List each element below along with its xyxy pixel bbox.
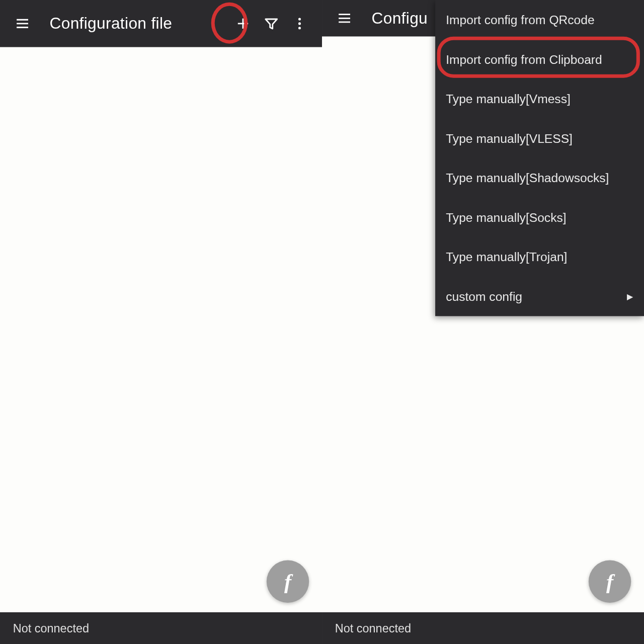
menu-item-custom-config[interactable]: custom config ▶ xyxy=(435,277,644,316)
svg-point-7 xyxy=(298,27,301,29)
menu-item-socks[interactable]: Type manually[Socks] xyxy=(435,198,644,237)
hamburger-menu-icon[interactable] xyxy=(8,10,36,38)
menu-item-import-qrcode[interactable]: Import config from QRcode xyxy=(435,0,644,40)
status-text: Not connected xyxy=(335,621,411,635)
add-button[interactable] xyxy=(229,10,257,38)
screenshot-left: Configuration file Not connected f xyxy=(0,0,322,644)
menu-item-trojan[interactable]: Type manually[Trojan] xyxy=(435,237,644,277)
menu-item-shadowsocks[interactable]: Type manually[Shadowsocks] xyxy=(435,158,644,198)
screenshot-right: Configu Not connected f Import config fr… xyxy=(322,0,644,644)
app-title: Configuration file xyxy=(49,15,228,33)
fab-button[interactable]: f xyxy=(589,560,631,603)
status-text: Not connected xyxy=(13,621,89,635)
menu-label: Import config from Clipboard xyxy=(446,52,602,66)
fab-label: f xyxy=(606,569,613,594)
overflow-menu-icon[interactable] xyxy=(285,10,313,38)
appbar: Configuration file xyxy=(0,0,322,47)
menu-label: Import config from QRcode xyxy=(446,13,595,27)
status-bar: Not connected xyxy=(0,612,322,644)
menu-label: Type manually[Socks] xyxy=(446,210,566,224)
menu-label: Type manually[Vmess] xyxy=(446,92,571,106)
menu-label: custom config xyxy=(446,289,522,303)
fab-label: f xyxy=(284,569,291,594)
status-bar: Not connected xyxy=(322,612,644,644)
menu-label: Type manually[Trojan] xyxy=(446,250,567,264)
svg-point-6 xyxy=(298,22,301,25)
menu-item-import-clipboard[interactable]: Import config from Clipboard xyxy=(435,40,644,79)
empty-content xyxy=(0,47,322,612)
filter-icon[interactable] xyxy=(257,10,285,38)
fab-button[interactable]: f xyxy=(267,560,309,603)
add-config-menu: Import config from QRcode Import config … xyxy=(435,0,644,316)
chevron-right-icon: ▶ xyxy=(627,292,633,301)
menu-item-vmess[interactable]: Type manually[Vmess] xyxy=(435,79,644,119)
hamburger-menu-icon[interactable] xyxy=(330,4,358,32)
menu-label: Type manually[VLESS] xyxy=(446,131,573,145)
menu-item-vless[interactable]: Type manually[VLESS] xyxy=(435,119,644,158)
svg-point-5 xyxy=(298,18,301,20)
menu-label: Type manually[Shadowsocks] xyxy=(446,171,609,185)
